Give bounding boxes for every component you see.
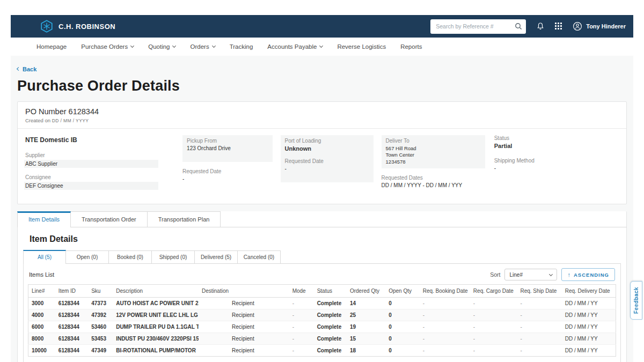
deliver-to-column: Deliver To 567 Hill Road Town Center 123… bbox=[382, 135, 494, 196]
order-type: NTE Domestic IB bbox=[25, 136, 182, 144]
cell-status: Complete bbox=[314, 345, 347, 357]
sort-label: Sort bbox=[490, 271, 500, 278]
nav-item-quoting[interactable]: Quoting bbox=[148, 43, 175, 50]
port-requested-date-value: - bbox=[285, 166, 369, 172]
subtab-shipped-0[interactable]: Shipped (0) bbox=[152, 250, 195, 263]
nav-item-accounts-payable[interactable]: Accounts Payable bbox=[267, 43, 323, 50]
column-header-req-delivery-date: Req. Delivery Date bbox=[562, 285, 616, 298]
shipping-method-label: Shipping Method bbox=[494, 158, 619, 164]
po-card-header: PO Number 6128344 Created on DD / MM / Y… bbox=[25, 107, 619, 123]
cell-ordered-qty: 18 bbox=[347, 345, 385, 357]
user-avatar-icon bbox=[573, 21, 582, 31]
sort-select[interactable]: Line# bbox=[504, 269, 557, 280]
nav-item-reverse-logistics[interactable]: Reverse Logistics bbox=[337, 43, 386, 50]
cell-line: 10000 bbox=[28, 345, 55, 357]
column-header-item-id: Item ID bbox=[55, 285, 88, 298]
deliver-to-line-1: 567 Hill Road bbox=[386, 145, 481, 152]
user-menu[interactable]: Tony Hinderer bbox=[573, 21, 626, 31]
port-of-loading-value: Unknown bbox=[285, 145, 369, 152]
cell-destination: Recipient bbox=[199, 333, 289, 345]
cell-mode: - bbox=[289, 321, 314, 333]
cell-status: Complete bbox=[314, 309, 347, 321]
status-value: Partial bbox=[494, 143, 619, 149]
table-row: 6000612834453460DUMP TRAILER PU DA 1.1GA… bbox=[28, 321, 616, 333]
pickup-column: Pickup From 123 Orchard Drive Requested … bbox=[182, 135, 280, 196]
cell-destination: Recipient bbox=[199, 321, 289, 333]
status-subtabs: All (5)Open (0)Booked (0)Shipped (0)Deli… bbox=[23, 250, 621, 264]
deliver-to-line-3: 1234578 bbox=[386, 159, 481, 165]
nav-item-tracking[interactable]: Tracking bbox=[230, 43, 253, 50]
sort-select-value: Line# bbox=[509, 272, 522, 278]
topbar-actions: Tony Hinderer bbox=[430, 19, 626, 34]
apps-grid-icon[interactable] bbox=[555, 23, 562, 30]
column-header-destination: Destination bbox=[199, 285, 289, 298]
nav-item-label: Reports bbox=[400, 43, 422, 50]
table-row: 8000612834453453INDUST PU 230/460V 2320P… bbox=[28, 333, 616, 345]
status-label: Status bbox=[494, 135, 619, 141]
back-icon bbox=[17, 67, 20, 71]
chevron-down-icon bbox=[549, 272, 553, 276]
subtab-delivered-5[interactable]: Delivered (5) bbox=[195, 250, 238, 263]
cell-mode: - bbox=[289, 333, 314, 345]
po-number: PO Number 6128344 bbox=[25, 107, 619, 116]
nav-item-label: Orders bbox=[190, 43, 209, 50]
items-table: Line#Item IDSkuDescriptionDestinationMod… bbox=[28, 284, 616, 357]
notifications-icon[interactable] bbox=[536, 22, 545, 31]
cell-req-booking-date: - bbox=[420, 333, 470, 345]
cell-description: INDUST PU 230/460V 2320PSI 15 bbox=[113, 333, 199, 345]
nav-item-homepage[interactable]: Homepage bbox=[36, 43, 67, 50]
cell-mode: - bbox=[289, 298, 314, 309]
po-parties-column: NTE Domestic IB Supplier ABC Supplier Co… bbox=[25, 135, 182, 196]
column-header-sku: Sku bbox=[88, 285, 113, 298]
cell-mode: - bbox=[289, 309, 314, 321]
nav-item-reports[interactable]: Reports bbox=[400, 43, 422, 50]
nav-item-orders[interactable]: Orders bbox=[190, 43, 215, 50]
brand: C.H. ROBINSON bbox=[11, 19, 115, 33]
nav-item-purchase-orders[interactable]: Purchase Orders bbox=[81, 43, 134, 50]
divider bbox=[18, 128, 626, 129]
cell-open-qty: 0 bbox=[385, 345, 420, 357]
cell-open-qty: 0 bbox=[385, 298, 420, 309]
brand-name: C.H. ROBINSON bbox=[58, 23, 115, 31]
nav-item-label: Purchase Orders bbox=[81, 43, 128, 50]
cell-ordered-qty: 25 bbox=[347, 309, 385, 321]
port-requested-date-label: Requested Date bbox=[285, 158, 369, 164]
subtab-open-0[interactable]: Open (0) bbox=[66, 250, 109, 263]
cell-req-cargo-date: - bbox=[470, 309, 517, 321]
search-icon[interactable] bbox=[515, 23, 522, 30]
cell-req-delivery-date: DD / MM / YY bbox=[562, 321, 616, 333]
subtab-all-5[interactable]: All (5) bbox=[23, 250, 66, 264]
cell-req-cargo-date: - bbox=[470, 345, 517, 357]
cell-open-qty: 0 bbox=[385, 333, 420, 345]
tab-transportation-order[interactable]: Transportation Order bbox=[71, 211, 148, 227]
cell-req-ship-date: - bbox=[517, 298, 561, 309]
column-header-line: Line# bbox=[28, 285, 55, 298]
sort-controls: Sort Line# ↑ ASCENDING bbox=[490, 268, 615, 281]
cell-ordered-qty: 15 bbox=[347, 333, 385, 345]
cell-description: BI-ROTATIONAL PUMP/MOTOR bbox=[113, 345, 199, 357]
ascending-label: ASCENDING bbox=[574, 272, 609, 278]
cell-req-delivery-date: DD / MM / YY bbox=[562, 309, 616, 321]
feedback-tab[interactable]: Feedback bbox=[630, 281, 642, 320]
column-header-req-cargo-date: Req. Cargo Date bbox=[470, 285, 517, 298]
search-input[interactable] bbox=[430, 19, 526, 34]
back-link[interactable]: Back bbox=[17, 66, 36, 72]
cell-item-id: 6128344 bbox=[55, 309, 88, 321]
subtab-booked-0[interactable]: Booked (0) bbox=[109, 250, 152, 263]
subtab-canceled-0[interactable]: Canceled (0) bbox=[238, 250, 281, 263]
tab-item-details[interactable]: Item Details bbox=[17, 211, 71, 227]
cell-status: Complete bbox=[314, 333, 347, 345]
details-card: Item DetailsTransportation OrderTranspor… bbox=[17, 211, 627, 362]
cell-req-cargo-date: - bbox=[470, 298, 517, 309]
ascending-button[interactable]: ↑ ASCENDING bbox=[561, 268, 615, 281]
nav-item-label: Tracking bbox=[230, 43, 253, 50]
main-tabs: Item DetailsTransportation OrderTranspor… bbox=[17, 211, 627, 227]
cell-line: 6000 bbox=[28, 321, 55, 333]
cell-req-ship-date: - bbox=[517, 309, 561, 321]
cell-mode: - bbox=[289, 345, 314, 357]
chevron-down-icon bbox=[212, 44, 216, 48]
tab-transportation-plan[interactable]: Transportation Plan bbox=[148, 211, 221, 227]
supplier-label: Supplier bbox=[25, 152, 182, 158]
search-box bbox=[430, 19, 526, 34]
details-body: Item Details All (5)Open (0)Booked (0)Sh… bbox=[18, 234, 626, 362]
